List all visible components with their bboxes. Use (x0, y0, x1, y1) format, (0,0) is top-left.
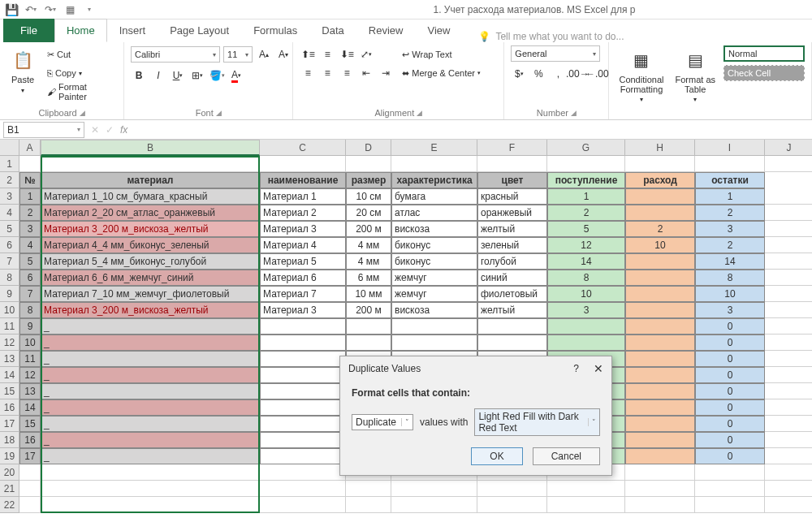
cell[interactable] (41, 481, 260, 497)
dialog-launcher-icon[interactable]: ◢ (216, 109, 222, 117)
cell[interactable]: размер (346, 172, 391, 188)
cell[interactable] (391, 481, 477, 497)
cell[interactable] (260, 432, 346, 448)
cancel-button[interactable]: Cancel (533, 447, 600, 465)
cell[interactable]: 14 (19, 399, 41, 416)
cell[interactable] (260, 383, 346, 399)
cell[interactable]: _ (41, 367, 260, 383)
tab-file[interactable]: File (3, 19, 54, 42)
cell[interactable] (765, 497, 812, 513)
accounting-format-icon[interactable]: $▾ (511, 66, 527, 82)
row-header-22[interactable]: 22 (0, 497, 19, 513)
redo-button[interactable]: ↷▾ (42, 2, 58, 18)
cell[interactable]: 8 (19, 302, 41, 318)
cell[interactable]: красный (477, 188, 547, 205)
cell[interactable] (41, 156, 260, 172)
cell[interactable]: 6 мм (346, 270, 391, 286)
cell[interactable]: Материал 2 (260, 205, 346, 221)
cell[interactable] (765, 481, 812, 497)
cell[interactable] (765, 302, 812, 318)
cell[interactable] (625, 318, 695, 335)
cell[interactable] (765, 286, 812, 302)
cell[interactable] (346, 318, 391, 335)
bold-button[interactable]: B (131, 67, 147, 84)
cell[interactable] (695, 497, 765, 513)
duplicate-type-select[interactable]: Duplicate˅ (352, 414, 413, 430)
cell[interactable]: жемчуг (391, 270, 477, 286)
decrease-font-icon[interactable]: A▾ (275, 46, 292, 63)
cell[interactable] (765, 270, 812, 286)
cell[interactable]: атлас (391, 205, 477, 221)
cell[interactable]: 12 (547, 237, 625, 253)
cell[interactable]: 0 (695, 335, 765, 351)
cancel-formula-icon[interactable]: ✕ (91, 124, 99, 136)
cell[interactable]: Материал 1 (260, 188, 346, 205)
cell[interactable] (260, 416, 346, 432)
dialog-launcher-icon[interactable]: ◢ (417, 109, 422, 117)
row-header-3[interactable]: 3 (0, 188, 19, 205)
cell[interactable]: 3 (547, 302, 625, 318)
dialog-launcher-icon[interactable]: ◢ (571, 109, 577, 117)
font-color-button[interactable]: A▾ (228, 67, 244, 84)
cell[interactable]: 14 (695, 253, 765, 270)
cell[interactable] (260, 156, 346, 172)
row-header-8[interactable]: 8 (0, 270, 19, 286)
cell[interactable] (19, 497, 41, 513)
italic-button[interactable]: I (150, 67, 166, 84)
cell[interactable] (765, 318, 812, 335)
cell[interactable] (765, 205, 812, 221)
cell[interactable]: 200 м (346, 221, 391, 237)
select-all-triangle[interactable] (0, 140, 19, 156)
tab-home[interactable]: Home (54, 19, 107, 42)
cell[interactable]: Материал 4_4 мм_биконус_зеленый (41, 237, 260, 253)
cell[interactable]: 1 (547, 188, 625, 205)
cell[interactable] (765, 253, 812, 270)
cell[interactable] (765, 188, 812, 205)
cell[interactable]: 0 (695, 351, 765, 367)
cell[interactable]: 9 (19, 318, 41, 335)
cell[interactable]: 3 (19, 221, 41, 237)
conditional-formatting-button[interactable]: ▦ Conditional Formatting ▾ (615, 45, 667, 105)
cell[interactable] (625, 270, 695, 286)
cell[interactable]: _ (41, 351, 260, 367)
cell[interactable] (765, 237, 812, 253)
cell[interactable] (547, 156, 625, 172)
cell[interactable]: 4 мм (346, 253, 391, 270)
cell[interactable]: желтый (477, 221, 547, 237)
cell[interactable]: 10 (19, 335, 41, 351)
cell[interactable]: 7 (19, 286, 41, 302)
cell[interactable] (346, 335, 391, 351)
col-header-B[interactable]: B (41, 140, 260, 156)
decrease-decimal-icon[interactable]: ←.00 (589, 66, 605, 82)
cell[interactable] (765, 367, 812, 383)
style-normal[interactable]: Normal (723, 45, 805, 62)
cut-button[interactable]: ✂Cut (44, 48, 74, 62)
cell[interactable]: 0 (695, 318, 765, 335)
col-header-F[interactable]: F (477, 140, 547, 156)
cell[interactable] (625, 205, 695, 221)
cell[interactable] (625, 416, 695, 432)
row-header-15[interactable]: 15 (0, 383, 19, 399)
col-header-J[interactable]: J (765, 140, 812, 156)
merge-center-button[interactable]: ⬌Merge & Center ▾ (399, 67, 484, 80)
tab-review[interactable]: Review (356, 19, 416, 42)
cell[interactable] (477, 481, 547, 497)
cell[interactable]: 0 (695, 399, 765, 416)
row-header-19[interactable]: 19 (0, 448, 19, 464)
row-header-16[interactable]: 16 (0, 399, 19, 416)
cell[interactable]: 2 (695, 205, 765, 221)
cell[interactable] (765, 156, 812, 172)
cell[interactable] (625, 156, 695, 172)
cell[interactable]: жемчуг (391, 286, 477, 302)
cell[interactable]: Материал 7 (260, 286, 346, 302)
cell[interactable]: 1 (19, 188, 41, 205)
cell[interactable] (625, 253, 695, 270)
cell[interactable] (765, 383, 812, 399)
increase-decimal-icon[interactable]: .00→ (569, 66, 585, 82)
cell[interactable]: 2 (625, 221, 695, 237)
cell[interactable]: 200 м (346, 302, 391, 318)
cell[interactable] (41, 464, 260, 481)
cell[interactable]: поступление (547, 172, 625, 188)
cell[interactable] (625, 448, 695, 464)
cell[interactable] (625, 188, 695, 205)
